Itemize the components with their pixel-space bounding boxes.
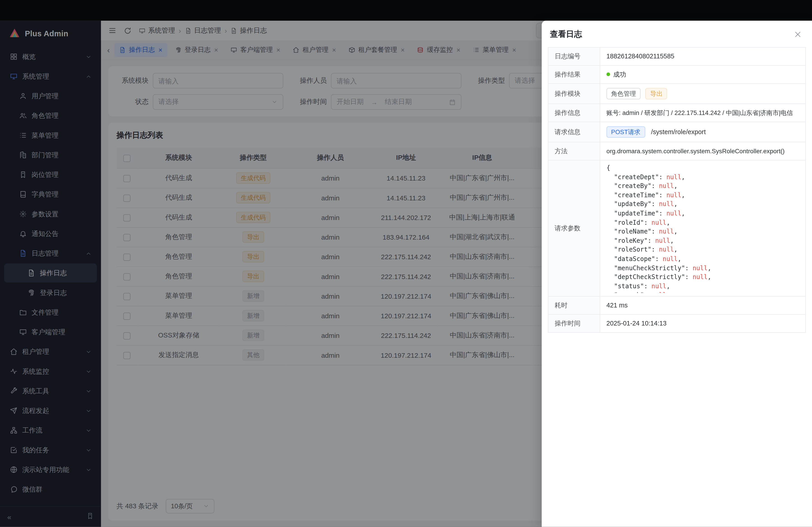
request-value: POST请求 /system/role/export — [600, 122, 806, 142]
detail-row-log-id: 日志编号 1882612840802115585 — [548, 47, 806, 65]
duration-value: 421 ms — [600, 296, 806, 314]
http-method-tag: POST请求 — [607, 126, 645, 138]
field-label: 方法 — [548, 142, 600, 160]
request-url: /system/role/export — [651, 128, 706, 135]
info-value: 账号: admin / 研发部门 / 222.175.114.242 / 中国|… — [600, 104, 806, 122]
params-value: { "createDept": null, "createBy": null, … — [600, 160, 806, 297]
drawer-body: 日志编号 1882612840802115585 操作结果 成功 操作模块 角色… — [542, 46, 812, 339]
result-value: 成功 — [600, 65, 806, 84]
status-dot — [607, 72, 610, 76]
detail-row-result: 操作结果 成功 — [548, 65, 806, 84]
field-label: 耗时 — [548, 296, 600, 314]
drawer-header: 查看日志 — [542, 21, 812, 46]
detail-row-duration: 耗时 421 ms — [548, 296, 806, 314]
log-detail-table: 日志编号 1882612840802115585 操作结果 成功 操作模块 角色… — [548, 47, 806, 333]
op-type-tag: 导出 — [646, 88, 667, 100]
detail-row-method: 方法 org.dromara.system.controller.system.… — [548, 142, 806, 160]
drawer-title: 查看日志 — [550, 29, 582, 40]
module-tag: 角色管理 — [607, 88, 641, 100]
close-icon[interactable] — [794, 30, 802, 38]
log-id-value: 1882612840802115585 — [600, 47, 806, 65]
field-label: 请求信息 — [548, 122, 600, 142]
field-label: 请求参数 — [548, 160, 600, 297]
view-log-drawer: 查看日志 日志编号 1882612840802115585 操作结果 成功 操作… — [542, 21, 812, 527]
time-value: 2025-01-24 10:14:13 — [600, 314, 806, 332]
field-label: 操作结果 — [548, 65, 600, 84]
detail-row-time: 操作时间 2025-01-24 10:14:13 — [548, 314, 806, 332]
field-label: 操作时间 — [548, 314, 600, 332]
field-label: 操作信息 — [548, 104, 600, 122]
module-value: 角色管理 导出 — [600, 84, 806, 104]
detail-row-params: 请求参数 { "createDept": null, "createBy": n… — [548, 160, 806, 297]
detail-row-request: 请求信息 POST请求 /system/role/export — [548, 122, 806, 142]
request-params-json[interactable]: { "createDept": null, "createBy": null, … — [607, 164, 799, 293]
method-value: org.dromara.system.controller.system.Sys… — [600, 142, 806, 160]
detail-row-info: 操作信息 账号: admin / 研发部门 / 222.175.114.242 … — [548, 104, 806, 122]
field-label: 操作模块 — [548, 84, 600, 104]
field-label: 日志编号 — [548, 47, 600, 65]
screen: Plus Admin 概览系统管理用户管理角色管理菜单管理部门管理岗位管理字典管… — [0, 0, 812, 527]
detail-row-module: 操作模块 角色管理 导出 — [548, 84, 806, 104]
